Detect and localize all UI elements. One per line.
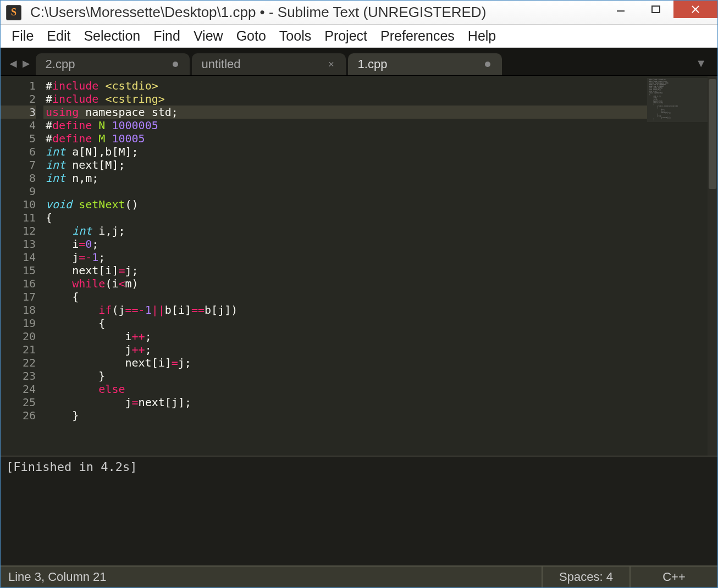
status-position[interactable]: Line 3, Column 21 [1, 570, 542, 584]
output-text: [Finished in 4.2s] [6, 460, 137, 474]
vertical-scrollbar[interactable] [708, 76, 717, 456]
menu-tools[interactable]: Tools [273, 26, 318, 46]
menu-find[interactable]: Find [147, 26, 187, 46]
tab-dirty-icon [483, 60, 492, 69]
line-number[interactable]: 12 [1, 224, 36, 237]
code-line[interactable]: #include <cstdio> [43, 79, 647, 92]
line-number[interactable]: 3 [1, 106, 36, 119]
code-line[interactable]: #define N 1000005 [43, 119, 647, 132]
code-line[interactable]: j=next[j]; [43, 396, 647, 409]
code-line[interactable]: while(i<m) [43, 277, 647, 290]
code-line[interactable]: { [43, 317, 647, 330]
code-line[interactable]: next[i]=j; [43, 264, 647, 277]
gutter[interactable]: 1234567891011121314151617181920212223242… [1, 76, 43, 456]
status-indent[interactable]: Spaces: 4 [542, 567, 629, 587]
code-line[interactable]: void setNext() [43, 198, 647, 211]
tab-nav-prev-icon[interactable]: ◄ [7, 57, 19, 71]
close-icon [691, 4, 700, 14]
line-number[interactable]: 22 [1, 356, 36, 369]
line-number[interactable]: 17 [1, 290, 36, 303]
code-line[interactable]: next[i]=j; [43, 356, 647, 369]
line-number[interactable]: 13 [1, 237, 36, 251]
maximize-button[interactable] [638, 1, 673, 18]
line-number[interactable]: 24 [1, 382, 36, 396]
code-line[interactable] [43, 185, 647, 198]
tab-close-icon[interactable]: × [327, 60, 336, 69]
tab-overflow-icon[interactable]: ▼ [695, 57, 714, 75]
code-line[interactable]: } [43, 409, 647, 422]
tab-label: 2.cpp [46, 57, 164, 71]
tab-row: ◄ ► 2.cppuntitled×1.cpp ▼ [1, 48, 717, 75]
app-icon: S [6, 5, 21, 20]
line-number[interactable]: 10 [1, 198, 36, 211]
menubar: FileEditSelectionFindViewGotoToolsProjec… [1, 25, 717, 48]
menu-file[interactable]: File [5, 26, 40, 46]
menu-help[interactable]: Help [461, 26, 502, 46]
titlebar[interactable]: S C:\Users\Moressette\Desktop\1.cpp • - … [1, 1, 717, 25]
status-syntax[interactable]: C++ [629, 567, 717, 587]
line-number[interactable]: 6 [1, 145, 36, 158]
svg-rect-1 [652, 6, 660, 13]
tab-1-cpp[interactable]: 1.cpp [348, 53, 502, 75]
line-number[interactable]: 8 [1, 171, 36, 185]
scrollbar-thumb[interactable] [709, 79, 716, 189]
code-line[interactable]: j=-1; [43, 251, 647, 264]
statusbar: Line 3, Column 21 Spaces: 4 C++ [1, 565, 717, 587]
line-number[interactable]: 9 [1, 185, 36, 198]
code-line[interactable]: if(j==-1||b[i]==b[j]) [43, 303, 647, 317]
code-line[interactable]: using namespace std; [43, 106, 647, 119]
code-line[interactable]: #define M 10005 [43, 132, 647, 145]
close-button[interactable] [673, 1, 717, 18]
line-number[interactable]: 26 [1, 409, 36, 422]
line-number[interactable]: 15 [1, 264, 36, 277]
window-controls [603, 1, 717, 24]
line-number[interactable]: 5 [1, 132, 36, 145]
line-number[interactable]: 14 [1, 251, 36, 264]
code-line[interactable]: { [43, 290, 647, 303]
line-number[interactable]: 21 [1, 343, 36, 356]
line-number[interactable]: 23 [1, 369, 36, 382]
menu-view[interactable]: View [187, 26, 230, 46]
output-panel[interactable]: [Finished in 4.2s] [1, 456, 717, 565]
menu-project[interactable]: Project [318, 26, 374, 46]
code-line[interactable]: { [43, 211, 647, 224]
line-number[interactable]: 2 [1, 92, 36, 106]
menu-preferences[interactable]: Preferences [374, 26, 461, 46]
menu-goto[interactable]: Goto [230, 26, 273, 46]
line-number[interactable]: 18 [1, 303, 36, 317]
line-number[interactable]: 7 [1, 158, 36, 171]
line-number[interactable]: 1 [1, 79, 36, 92]
line-number[interactable]: 25 [1, 396, 36, 409]
menu-selection[interactable]: Selection [77, 26, 147, 46]
line-number[interactable]: 16 [1, 277, 36, 290]
tab-label: untitled [202, 57, 321, 71]
menu-edit[interactable]: Edit [40, 26, 77, 46]
tab-untitled[interactable]: untitled× [192, 53, 346, 75]
code-line[interactable]: #include <cstring> [43, 92, 647, 106]
tab-nav-next-icon[interactable]: ► [20, 57, 32, 71]
minimap-viewport[interactable] [647, 78, 708, 122]
code-line[interactable]: int n,m; [43, 171, 647, 185]
tab-dirty-icon [171, 60, 180, 69]
editor: 1234567891011121314151617181920212223242… [1, 75, 717, 456]
code-line[interactable]: int a[N],b[M]; [43, 145, 647, 158]
code-line[interactable]: } [43, 369, 647, 382]
line-number[interactable]: 4 [1, 119, 36, 132]
code-line[interactable]: i=0; [43, 237, 647, 251]
code-line[interactable]: int i,j; [43, 224, 647, 237]
minimize-icon [616, 4, 626, 14]
code-line[interactable]: i++; [43, 330, 647, 343]
minimize-button[interactable] [603, 1, 638, 18]
tab-nav-arrows: ◄ ► [4, 57, 36, 75]
code-line[interactable]: int next[M]; [43, 158, 647, 171]
window-title: C:\Users\Moressette\Desktop\1.cpp • - Su… [30, 4, 603, 21]
minimap[interactable]: #include <cstdio>#include <cstring>using… [647, 76, 708, 456]
code-line[interactable]: else [43, 382, 647, 396]
line-number[interactable]: 20 [1, 330, 36, 343]
app-window: S C:\Users\Moressette\Desktop\1.cpp • - … [0, 0, 718, 588]
line-number[interactable]: 11 [1, 211, 36, 224]
line-number[interactable]: 19 [1, 317, 36, 330]
tab-2-cpp[interactable]: 2.cpp [36, 53, 190, 75]
code-area[interactable]: #include <cstdio>#include <cstring>using… [43, 76, 647, 456]
code-line[interactable]: j++; [43, 343, 647, 356]
